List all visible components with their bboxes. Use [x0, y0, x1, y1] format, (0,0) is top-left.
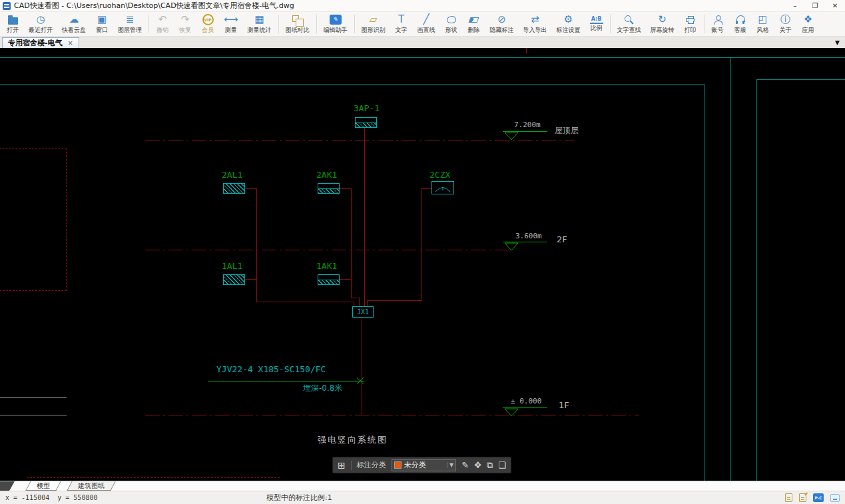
document-tab-label: 专用宿舍楼-电气 [8, 38, 63, 48]
elevation-value-roof: 7.200m [514, 121, 541, 129]
measure-ruler-icon: ⟷ [224, 13, 238, 26]
panel-label-2al1: 2AL1 [222, 170, 242, 180]
move-annotation-icon[interactable]: ✥ [474, 460, 481, 470]
toolbar-button-text-search[interactable]: 文字查找 [613, 12, 646, 36]
close-button[interactable]: ✕ [825, 0, 845, 11]
panel-box-1ak1 [318, 274, 340, 285]
toolbar-separator [278, 15, 279, 33]
annotation-toolbar: ⊞ 标注分类 未分类 ▼ ✎ ✥ ⧉ ❑ [332, 457, 511, 473]
floor-name-roof: 屋顶层 [555, 125, 579, 136]
status-bar: x = -115004 y = 550800 模型中的标注比例:1 P-C [0, 491, 845, 504]
eraser-icon [467, 13, 481, 26]
share-export-icon[interactable] [799, 493, 806, 502]
wire [526, 48, 527, 53]
wire [256, 302, 354, 302]
drawing-canvas[interactable]: 7.200m 屋顶层 3.600m 2F ± 0.000 1F 3AP-1 2A… [0, 48, 845, 481]
category-dropdown[interactable]: 未分类 ▼ [392, 459, 457, 471]
toolbar-button-apps[interactable]: ❖应用 [797, 12, 820, 36]
display-toggle-icon[interactable] [830, 494, 840, 502]
annotation-grid-icon[interactable]: ⊞ [338, 460, 346, 471]
scale-icon: A:B [590, 16, 603, 24]
wire [422, 188, 422, 301]
tab-architectural-drawing[interactable]: 建筑图纸 [67, 481, 115, 491]
toolbar-button-account[interactable]: 账号 [706, 12, 729, 36]
pdf-export-icon[interactable] [785, 493, 792, 502]
toolbar-button-measure-stats[interactable]: ▦测量统计 [243, 12, 276, 36]
cable-leader-line [208, 381, 364, 381]
separator [351, 461, 352, 470]
gray-line [0, 397, 67, 398]
toolbar-button-screen-rotate[interactable]: ↻屏幕旋转 [646, 12, 679, 36]
toolbar-button-drawing-compare[interactable]: 图纸对比 [281, 12, 314, 36]
panel-label-1ak1: 1AK1 [316, 261, 337, 271]
toolbar-button-import-export[interactable]: ⇄导入导出 [519, 12, 552, 36]
copy-annotation-icon[interactable]: ⧉ [487, 460, 493, 471]
tab-overflow-caret-icon[interactable]: ▼ [835, 39, 840, 46]
toolbar-button-recent-open[interactable]: ◷最近打开 [24, 12, 57, 36]
account-icon [711, 13, 724, 26]
window-icon: ▣ [95, 13, 109, 26]
toolbar-button-measure[interactable]: ⟷测量 [219, 12, 243, 36]
toolbar-button-shape-recognition[interactable]: ▱图形识别 [357, 12, 390, 36]
toolbar-button-cloud-disk[interactable]: ☁快看云盘 [57, 12, 91, 36]
toolbar-button-draw-line[interactable]: ╱画直线 [413, 12, 440, 36]
style-icon: ◰ [756, 13, 770, 26]
toolbar-separator [316, 15, 317, 33]
toolbar-button-about[interactable]: ⓘ关于 [774, 12, 797, 36]
chevron-down-icon[interactable]: ▼ [447, 462, 453, 468]
paste-annotation-icon[interactable]: ❑ [498, 460, 506, 470]
category-value: 未分类 [404, 460, 444, 470]
open-folder-icon [6, 13, 19, 26]
toolbar-button-edit-assistant[interactable]: ✎编辑助手 [319, 12, 352, 36]
vip-icon: VIP [201, 13, 214, 26]
document-tab-bar: 专用宿舍楼-电气 × ▼ [0, 37, 845, 48]
toolbar-button-open[interactable]: 打开 [1, 12, 24, 36]
toolbar-separator [354, 15, 355, 33]
toolbar-button-print[interactable]: 打印 [679, 12, 702, 36]
tab-close-icon[interactable]: × [68, 39, 73, 47]
riser-wire [362, 318, 362, 415]
support-headset-icon [734, 13, 747, 26]
toolbar-button-undo[interactable]: ↶撤销 [151, 12, 174, 36]
panel-box-1al1 [223, 274, 245, 285]
floor-name-1f: 1F [559, 400, 569, 410]
annotation-scale-info: 模型中的标注比例:1 [266, 493, 332, 503]
pdf-to-cad-icon[interactable]: P-C [813, 493, 824, 502]
minimize-button[interactable]: – [785, 0, 805, 11]
edit-annotation-icon[interactable]: ✎ [461, 460, 469, 470]
cursor-coordinates: x = -115004 y = 550800 [5, 494, 97, 501]
floor-line-2f [145, 250, 513, 250]
toolbar-button-support[interactable]: 客服 [729, 12, 752, 36]
document-tab[interactable]: 专用宿舍楼-电气 × [2, 37, 79, 48]
sheet-frame-line [756, 79, 757, 481]
tab-model[interactable]: 模型 [25, 481, 61, 491]
text-search-icon [623, 13, 636, 26]
toolbar-button-shapes[interactable]: 形状 [440, 12, 463, 36]
window-title: CAD快速看图 - C:\Users\ruohan\Desktop\CAD快速看… [14, 1, 294, 11]
main-toolbar: 打开 ◷最近打开 ☁快看云盘 ▣窗口 ≣图层管理 ↶撤销 ↷恢复 VIP会员 ⟷… [0, 12, 845, 37]
panel-box-2ak1 [318, 183, 340, 194]
maximize-button[interactable]: ❐ [805, 0, 825, 11]
toolbar-button-annotation-settings[interactable]: ⚙标注设置 [552, 12, 585, 36]
dashed-outline [27, 477, 280, 478]
annotation-category-label: 标注分类 [357, 460, 386, 470]
wire [340, 279, 351, 280]
toolbar-button-style[interactable]: ◰风格 [752, 12, 774, 36]
text-icon: T [395, 13, 408, 26]
panel-label-2ak1: 2AK1 [316, 170, 337, 180]
panel-label-2czx: 2CZX [429, 170, 450, 180]
panel-label-3ap1: 3AP-1 [354, 103, 380, 113]
toolbar-button-redo[interactable]: ↷恢复 [174, 12, 196, 36]
toolbar-button-layer-manager[interactable]: ≣图层管理 [113, 12, 146, 36]
toolbar-button-scale[interactable]: A:B比例 [585, 12, 608, 36]
toolbar-button-vip[interactable]: VIP会员 [196, 12, 219, 36]
toolbar-button-window[interactable]: ▣窗口 [91, 12, 113, 36]
toolbar-button-hide-annotations[interactable]: ⊘隐藏标注 [485, 12, 519, 36]
toolbar-button-text[interactable]: T文字 [390, 12, 413, 36]
annotation-settings-icon: ⚙ [562, 13, 575, 26]
toolbar-button-delete[interactable]: 删除 [463, 12, 485, 36]
sheet-frame-line [730, 57, 731, 481]
leader-arrow [356, 376, 365, 385]
tab-bar-wedge [0, 481, 15, 491]
toolbar-separator [610, 15, 611, 33]
